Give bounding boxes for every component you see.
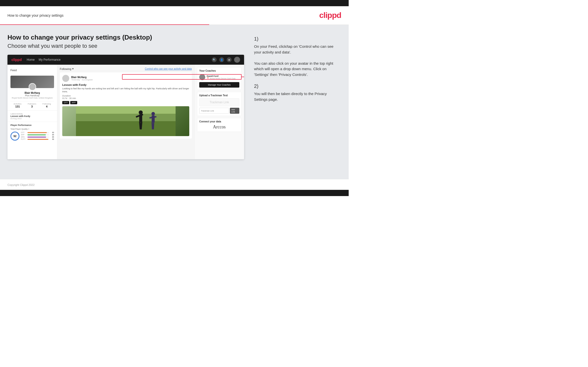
main-content: How to change your privacy settings (Des…: [0, 25, 349, 179]
tag-app: APP: [70, 101, 77, 104]
coaches-title: Your Coaches: [199, 69, 239, 72]
post-user-info: Blair McHarg Yesterday · Sunningdale: [71, 76, 93, 81]
following-button[interactable]: Following ▾: [60, 67, 74, 70]
post-header: Blair McHarg Yesterday · Sunningdale: [62, 75, 189, 82]
golf-image: [62, 106, 189, 136]
compass-icon[interactable]: ⊕: [227, 57, 232, 62]
post-tags: OTT APP: [62, 101, 189, 104]
control-privacy-link[interactable]: Control who can see your activity and da…: [145, 67, 192, 70]
app-screenshot: clippd Home My Performance 🔍 👤 ⊕ Feed: [7, 55, 244, 159]
app-nav: clippd Home My Performance 🔍 👤 ⊕: [7, 55, 244, 65]
nav-my-performance[interactable]: My Performance: [39, 58, 61, 61]
perf-score: 92: [10, 132, 19, 141]
app-feed: Following ▾ Control who can see your act…: [57, 65, 194, 159]
post-image: [62, 106, 189, 136]
app-nav-icons: 🔍 👤 ⊕: [212, 57, 240, 63]
coaches-section: Your Coaches David Ford 📍 Royal North De…: [197, 67, 242, 90]
perf-bars: OTT 90 APP: [21, 132, 54, 141]
app-sidebar: Feed Blair McHarg Plus Handicap Royal No…: [7, 65, 57, 159]
page-subheading: Choose what you want people to see: [7, 43, 244, 49]
activities-label: Activities: [14, 103, 22, 105]
following-value: 4: [43, 105, 51, 108]
footer: Copyright Clippd 2022: [0, 179, 349, 190]
page-heading: How to change your privacy settings (Des…: [7, 34, 244, 41]
svg-point-8: [151, 112, 155, 115]
tag-ott: OTT: [62, 101, 69, 104]
instructions-panel: 1) On your Feed, click/tap on 'Control w…: [252, 34, 341, 172]
trackman-link-placeholder: Trackman Link: [199, 98, 239, 106]
instruction-2-text: You will then be taken directly to the P…: [254, 91, 341, 102]
bar-arg: ARG 86: [21, 136, 54, 138]
latest-activity-date: 03 Aug 2022: [10, 117, 54, 120]
add-link-button[interactable]: Add Link: [230, 108, 239, 114]
coach-avatar: [199, 74, 205, 80]
player-quality-label: Total Player Quality ℹ: [10, 128, 54, 130]
user-club: Royal North Devon Golf Club, United King…: [10, 97, 54, 99]
info-icon: ℹ: [28, 128, 29, 130]
instruction-2: 2) You will then be taken directly to th…: [254, 83, 341, 102]
chevron-down-icon: ▾: [72, 67, 74, 70]
activities-stat: Activities 131: [14, 103, 22, 108]
trackman-input[interactable]: [199, 108, 229, 114]
user-icon[interactable]: 👤: [219, 57, 224, 62]
following-label: Following: [43, 103, 51, 105]
location-icon: 📍: [207, 77, 210, 80]
instruction-1-text: On your Feed, click/tap on 'Control who …: [254, 44, 341, 77]
perf-row: 92 OTT 90 APP: [10, 132, 54, 141]
instruction-1: 1) On your Feed, click/tap on 'Control w…: [254, 36, 341, 77]
logo: clippd: [319, 11, 341, 20]
app-body: Feed Blair McHarg Plus Handicap Royal No…: [7, 65, 244, 159]
coach-club: 📍 Royal North Devon Golf Club: [207, 77, 235, 80]
following-stat: Following 4: [43, 103, 51, 108]
followers-stat: Followers 3: [28, 103, 36, 108]
connect-section: Connect your data Arccos: [197, 118, 242, 132]
search-icon[interactable]: 🔍: [212, 57, 217, 62]
trackman-title: Upload a Trackman Test: [199, 94, 239, 97]
top-bar: [0, 0, 349, 6]
feed-header: Following ▾ Control who can see your act…: [60, 67, 192, 70]
instruction-2-number: 2): [254, 83, 341, 89]
bottom-bar: [0, 190, 349, 196]
post-card: Blair McHarg Yesterday · Sunningdale Les…: [60, 72, 192, 139]
svg-point-3: [139, 110, 143, 114]
svg-rect-2: [76, 106, 176, 114]
latest-activity-label: Latest Activity: [10, 113, 54, 115]
header: How to change your privacy settings clip…: [0, 6, 349, 24]
activities-value: 131: [14, 105, 22, 108]
manage-coaches-button[interactable]: Manage Your Coaches: [199, 82, 239, 88]
latest-activity-title: Lesson with Fordy: [10, 115, 54, 117]
user-avatar[interactable]: [234, 57, 240, 63]
app-logo: clippd: [11, 58, 22, 62]
post-duration: Duration 01 hr : 30 min: [62, 95, 189, 100]
user-card: Blair McHarg Plus Handicap Royal North D…: [7, 73, 57, 111]
arccos-brand: Arccos: [199, 124, 239, 130]
post-user-name: Blair McHarg: [71, 76, 93, 79]
breadcrumb: How to change your privacy settings: [7, 13, 64, 17]
bar-putt: PUTT 96: [21, 138, 54, 140]
annotation-line: [242, 77, 244, 77]
connect-title: Connect your data: [199, 120, 239, 123]
user-stats: Activities 131 Followers 3 Following 4: [10, 101, 54, 108]
followers-value: 3: [28, 105, 36, 108]
post-date: Yesterday · Sunningdale: [71, 79, 93, 81]
footer-copyright: Copyright Clippd 2022: [7, 183, 35, 186]
bar-ott: OTT 90: [21, 132, 54, 133]
post-avatar: [62, 75, 69, 82]
coach-info: David Ford 📍 Royal North Devon Golf Club: [207, 75, 235, 80]
instruction-1-number: 1): [254, 36, 341, 42]
user-name: Blair McHarg: [10, 92, 54, 94]
player-perf-section: Player Performance Total Player Quality …: [7, 122, 57, 143]
feed-tab[interactable]: Feed: [7, 67, 57, 73]
app-right-sidebar: Your Coaches David Ford 📍 Royal North De…: [194, 65, 244, 159]
svg-rect-1: [76, 121, 176, 136]
screenshot-area: How to change your privacy settings (Des…: [7, 34, 244, 172]
coach-name: David Ford: [207, 75, 235, 77]
user-cover: [10, 76, 54, 88]
bar-app: APP 85: [21, 134, 54, 136]
user-handicap: Plus Handicap: [10, 94, 54, 97]
coach-item: David Ford 📍 Royal North Devon Golf Club: [199, 74, 239, 80]
followers-label: Followers: [28, 103, 36, 105]
post-title: Lesson with Fordy: [62, 83, 189, 86]
avatar: [29, 83, 36, 91]
nav-home[interactable]: Home: [27, 58, 35, 61]
